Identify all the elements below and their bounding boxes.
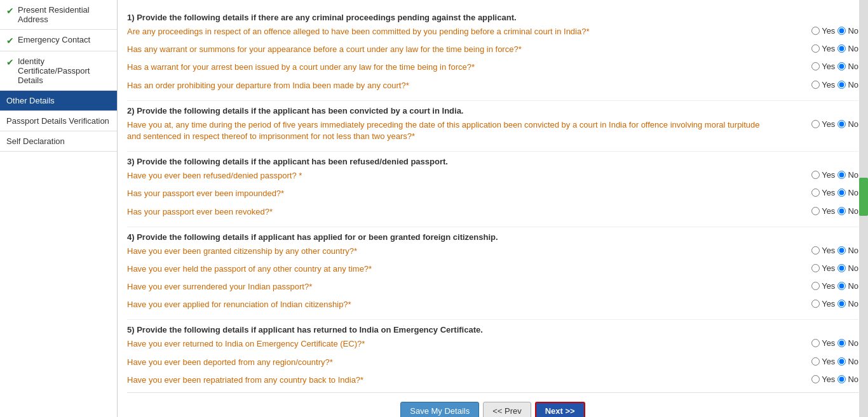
radio-no-q12[interactable]: No: [837, 299, 858, 308]
radio-no-q4[interactable]: No: [837, 80, 858, 89]
radio-input-yes-q4[interactable]: [811, 81, 820, 89]
radio-no-q5[interactable]: No: [837, 119, 858, 129]
radio-input-no-q6[interactable]: [837, 171, 846, 179]
radio-yes-q7[interactable]: Yes: [811, 188, 835, 197]
check-icon: ✔: [6, 36, 14, 46]
question-row: Has an order prohibiting your departure …: [127, 80, 858, 94]
radio-no-q6[interactable]: No: [837, 170, 858, 180]
radio-yes-q8[interactable]: Yes: [811, 206, 835, 216]
question-text: Has any warrant or summons for your appe…: [127, 44, 776, 55]
radio-input-yes-q9[interactable]: [811, 246, 820, 255]
radio-no-q2[interactable]: No: [837, 44, 858, 53]
radio-input-no-q15[interactable]: [837, 375, 846, 383]
radio-input-yes-q11[interactable]: [811, 282, 820, 290]
radio-no-q3[interactable]: No: [837, 62, 858, 71]
scrollbar[interactable]: [859, 0, 868, 417]
radio-input-no-q12[interactable]: [837, 300, 846, 308]
radio-no-q10[interactable]: No: [837, 263, 858, 273]
radio-input-yes-q10[interactable]: [811, 264, 820, 272]
question-row: Have you ever applied for renunciation o…: [127, 299, 858, 313]
radio-input-yes-q12[interactable]: [811, 300, 820, 308]
radio-yes-q14[interactable]: Yes: [811, 357, 835, 366]
radio-yes-q12[interactable]: Yes: [811, 299, 835, 308]
radio-input-no-q11[interactable]: [837, 282, 846, 290]
sidebar-item-present-address[interactable]: ✔ Present Residential Address: [0, 0, 117, 30]
radio-yes-q13[interactable]: Yes: [811, 338, 835, 348]
radio-no-q11[interactable]: No: [837, 281, 858, 291]
radio-yes-q4[interactable]: Yes: [811, 80, 835, 89]
radio-yes-q3[interactable]: Yes: [811, 62, 835, 71]
check-icon: ✔: [6, 57, 14, 67]
radio-input-no-q4[interactable]: [837, 81, 846, 89]
radio-input-no-q1[interactable]: [837, 27, 846, 35]
radio-input-no-q9[interactable]: [837, 246, 846, 255]
question-row: Has your passport ever been revoked?* Ye…: [127, 206, 858, 220]
radio-input-yes-q8[interactable]: [811, 207, 820, 215]
sidebar-item-other-details[interactable]: Other Details: [0, 91, 117, 111]
radio-no-q15[interactable]: No: [837, 374, 858, 384]
radio-group-q4: Yes No: [776, 80, 858, 89]
scrollbar-thumb[interactable]: [859, 178, 868, 216]
radio-yes-q15[interactable]: Yes: [811, 374, 835, 384]
radio-no-q14[interactable]: No: [837, 357, 858, 366]
question-text: Has your passport ever been impounded?*: [127, 188, 776, 199]
radio-input-yes-q3[interactable]: [811, 62, 820, 70]
radio-no-q1[interactable]: No: [837, 26, 858, 36]
radio-input-yes-q6[interactable]: [811, 171, 820, 179]
radio-group-q7: Yes No: [776, 188, 858, 197]
question-row: Have you ever been repatriated from any …: [127, 374, 858, 388]
section-2-title: 2) Provide the following details if the …: [127, 100, 858, 116]
radio-input-no-q3[interactable]: [837, 62, 846, 70]
radio-yes-q1[interactable]: Yes: [811, 26, 835, 36]
radio-group-q2: Yes No: [776, 44, 858, 53]
section-5-title: 5) Provide the following details if appl…: [127, 319, 858, 334]
question-text: Have you at, any time during the period …: [127, 119, 776, 142]
radio-input-no-q8[interactable]: [837, 207, 846, 215]
radio-yes-q11[interactable]: Yes: [811, 281, 835, 291]
question-row: Has a warrant for your arrest been issue…: [127, 62, 858, 76]
prev-button[interactable]: << Prev: [483, 402, 531, 417]
radio-yes-q6[interactable]: Yes: [811, 170, 835, 180]
radio-no-q9[interactable]: No: [837, 246, 858, 255]
sidebar-label: Emergency Contact: [18, 35, 90, 44]
radio-yes-q5[interactable]: Yes: [811, 119, 835, 129]
save-button[interactable]: Save My Details: [400, 402, 479, 417]
divider: [127, 392, 858, 393]
sidebar-label: Self Declaration: [6, 136, 65, 146]
question-row: Have you ever been granted citizenship b…: [127, 246, 858, 260]
sidebar-item-self-declaration[interactable]: Self Declaration: [0, 131, 117, 152]
question-text: Has your passport ever been revoked?*: [127, 206, 776, 218]
question-text: Have you ever been deported from any reg…: [127, 357, 776, 368]
radio-no-q13[interactable]: No: [837, 338, 858, 348]
radio-input-no-q13[interactable]: [837, 339, 846, 347]
radio-yes-q10[interactable]: Yes: [811, 263, 835, 273]
radio-input-yes-q7[interactable]: [811, 189, 820, 197]
sidebar: ✔ Present Residential Address ✔ Emergenc…: [0, 0, 118, 417]
radio-no-q7[interactable]: No: [837, 188, 858, 197]
radio-input-yes-q1[interactable]: [811, 27, 820, 35]
radio-input-no-q7[interactable]: [837, 189, 846, 197]
radio-input-no-q5[interactable]: [837, 120, 846, 128]
radio-input-yes-q5[interactable]: [811, 120, 820, 128]
question-row: Has any warrant or summons for your appe…: [127, 44, 858, 58]
sidebar-item-identity-cert[interactable]: ✔ Identity Certificate/Passport Details: [0, 51, 117, 91]
radio-group-q15: Yes No: [776, 374, 858, 384]
radio-no-q8[interactable]: No: [837, 206, 858, 216]
radio-input-yes-q15[interactable]: [811, 375, 820, 383]
radio-input-yes-q2[interactable]: [811, 44, 820, 53]
section-3-title: 3) Provide the following details if the …: [127, 151, 858, 166]
sidebar-item-emergency-contact[interactable]: ✔ Emergency Contact: [0, 30, 117, 51]
radio-input-yes-q14[interactable]: [811, 357, 820, 366]
radio-input-no-q10[interactable]: [837, 264, 846, 272]
sidebar-label: Identity Certificate/Passport Details: [18, 56, 111, 85]
question-row: Have you at, any time during the period …: [127, 119, 858, 145]
sidebar-item-passport-verification[interactable]: Passport Details Verification: [0, 111, 117, 131]
radio-input-no-q2[interactable]: [837, 44, 846, 53]
radio-input-no-q14[interactable]: [837, 357, 846, 366]
question-text: Have you ever surrendered your Indian pa…: [127, 281, 776, 293]
radio-input-yes-q13[interactable]: [811, 339, 820, 347]
radio-yes-q9[interactable]: Yes: [811, 246, 835, 255]
radio-group-q11: Yes No: [776, 281, 858, 291]
radio-yes-q2[interactable]: Yes: [811, 44, 835, 53]
next-button[interactable]: Next >>: [535, 402, 585, 417]
